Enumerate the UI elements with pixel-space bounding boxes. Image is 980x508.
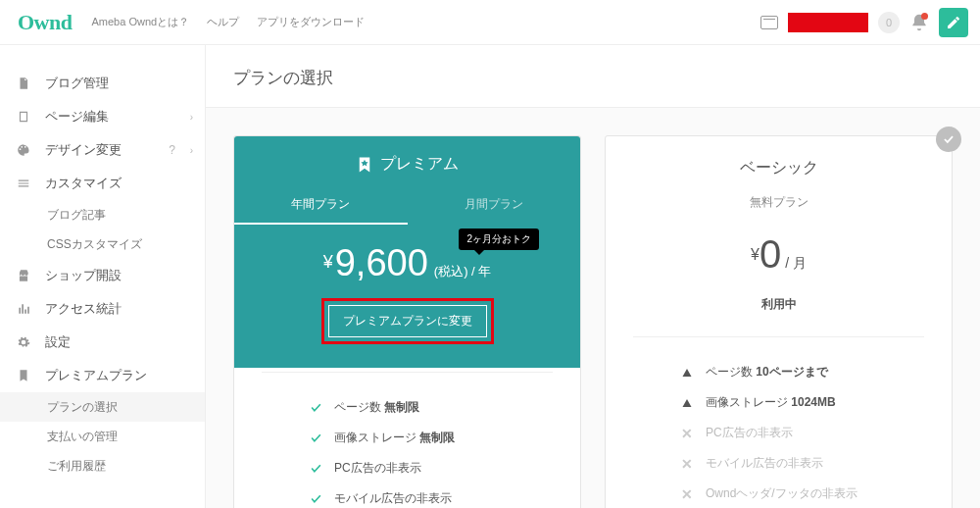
- top-bar: Ownd Ameba Owndとは？ ヘルプ アプリをダウンロード 0: [0, 0, 980, 45]
- page-title: プランの選択: [206, 45, 980, 108]
- tab-monthly[interactable]: 月間プラン: [408, 186, 581, 225]
- basic-title: ベーシック: [606, 158, 952, 178]
- x-icon: ✕: [680, 427, 694, 440]
- nav-label: 設定: [45, 333, 71, 351]
- nav-label: ページ編集: [45, 108, 109, 126]
- feature-mobile-ads: ✕ モバイル広告の非表示: [680, 448, 922, 479]
- nav-design-change[interactable]: デザイン変更 ? ›: [0, 133, 205, 167]
- top-right: 0: [760, 8, 968, 37]
- nav-sub-blog-post[interactable]: ブログ記事: [0, 200, 205, 229]
- basic-features: ページ数 10ページまで 画像ストレージ 1024MB ✕ PC広告の非表示 ✕…: [606, 337, 952, 508]
- page-icon: [16, 109, 31, 125]
- check-icon: [309, 492, 322, 506]
- top-link-help[interactable]: ヘルプ: [207, 15, 239, 29]
- main-content: プランの選択 プレミアム 年間プラン 月間プラン 2ヶ月分おトク ¥9,600(…: [206, 45, 980, 508]
- nav-sub-usage-history[interactable]: ご利用履歴: [0, 451, 205, 481]
- feature-pages: ページ数 10ページまで: [680, 357, 922, 387]
- currency-symbol: ¥: [323, 252, 333, 272]
- document-icon: [16, 76, 31, 91]
- bell-icon[interactable]: [909, 13, 929, 32]
- nav-settings[interactable]: 設定: [0, 326, 205, 359]
- triangle-icon: [680, 396, 694, 410]
- chevron-right-icon: ›: [190, 145, 193, 156]
- x-icon: ✕: [680, 487, 694, 501]
- help-icon[interactable]: ?: [169, 143, 175, 157]
- premium-features: ページ数 無制限 画像ストレージ 無制限 PC広告の非表示 モバイル広告の非表示: [234, 373, 580, 508]
- tab-yearly[interactable]: 年間プラン: [234, 186, 408, 225]
- top-link-download[interactable]: アプリをダウンロード: [257, 15, 365, 29]
- notification-dot: [921, 13, 928, 20]
- chevron-right-icon: ›: [190, 112, 193, 123]
- nav-sub-plan-select[interactable]: プランの選択: [0, 392, 205, 422]
- feature-mobile-ads: モバイル広告の非表示: [309, 483, 551, 508]
- nav-label: プレミアムプラン: [45, 367, 147, 384]
- nav-access-stats[interactable]: アクセス統計: [0, 292, 205, 326]
- shop-icon: [16, 268, 31, 283]
- basic-price: ¥0 / 月: [606, 232, 952, 277]
- user-redacted: [788, 13, 868, 32]
- preview-icon[interactable]: [760, 16, 778, 29]
- nav-customize[interactable]: カスタマイズ: [0, 167, 205, 200]
- palette-icon: [16, 142, 31, 158]
- notification-count-badge[interactable]: 0: [878, 12, 900, 33]
- nav-shop-open[interactable]: ショップ開設: [0, 259, 205, 292]
- logo[interactable]: Ownd: [18, 10, 72, 35]
- sliders-icon: [16, 176, 31, 191]
- feature-pc-ads: ✕ PC広告の非表示: [680, 418, 922, 448]
- feature-pc-ads: PC広告の非表示: [309, 453, 551, 483]
- chart-icon: [16, 301, 31, 317]
- nav-blog-manage[interactable]: ブログ管理: [0, 67, 205, 100]
- feature-pages: ページ数 無制限: [309, 392, 551, 423]
- premium-title: プレミアム: [234, 136, 580, 186]
- basic-status: 利用中: [606, 296, 952, 313]
- gear-icon: [16, 334, 31, 350]
- plan-tabs: 年間プラン 月間プラン: [234, 186, 580, 225]
- nav-sub-payment-manage[interactable]: 支払いの管理: [0, 422, 205, 451]
- nav-label: デザイン変更: [45, 141, 122, 159]
- top-links: Ameba Owndとは？ ヘルプ アプリをダウンロード: [91, 15, 365, 29]
- change-to-premium-button[interactable]: プレミアムプランに変更: [328, 305, 487, 337]
- selected-check-icon: [936, 127, 961, 152]
- nav-label: ブログ管理: [45, 75, 109, 92]
- triangle-icon: [680, 366, 694, 380]
- top-link-about[interactable]: Ameba Owndとは？: [91, 15, 189, 29]
- price-value: 9,600: [335, 242, 428, 283]
- premium-title-text: プレミアム: [380, 154, 459, 175]
- cta-highlight-frame: プレミアムプランに変更: [321, 298, 494, 344]
- check-icon: [309, 401, 322, 415]
- bookmark-icon: [16, 368, 31, 383]
- check-icon: [309, 462, 322, 476]
- basic-card: ベーシック 無料プラン ¥0 / 月 利用中 ページ数 10ページまで: [605, 135, 953, 508]
- feature-storage: 画像ストレージ 無制限: [309, 423, 551, 453]
- x-icon: ✕: [680, 457, 694, 471]
- feature-ownd-hf: ✕ Owndヘッダ/フッタの非表示: [680, 479, 922, 508]
- nav-label: カスタマイズ: [45, 175, 122, 192]
- sidebar: ブログ管理 ページ編集 › デザイン変更 ? › カスタマイズ ブログ記事 CS…: [0, 45, 206, 508]
- nav-premium-plan[interactable]: プレミアムプラン: [0, 359, 205, 392]
- premium-card: プレミアム 年間プラン 月間プラン 2ヶ月分おトク ¥9,600(税込) / 年…: [233, 135, 581, 508]
- nav-label: ショップ開設: [45, 267, 122, 284]
- nav-page-edit[interactable]: ページ編集 ›: [0, 100, 205, 133]
- feature-storage: 画像ストレージ 1024MB: [680, 387, 922, 418]
- basic-subtitle: 無料プラン: [606, 194, 952, 211]
- discount-badge: 2ヶ月分おトク: [459, 229, 539, 250]
- star-badge-icon: [356, 156, 373, 174]
- price-suffix: (税込) / 年: [434, 264, 492, 279]
- compose-button[interactable]: [939, 8, 968, 37]
- check-icon: [309, 432, 322, 445]
- nav-label: アクセス統計: [45, 300, 122, 318]
- nav-sub-css[interactable]: CSSカスタマイズ: [0, 229, 205, 259]
